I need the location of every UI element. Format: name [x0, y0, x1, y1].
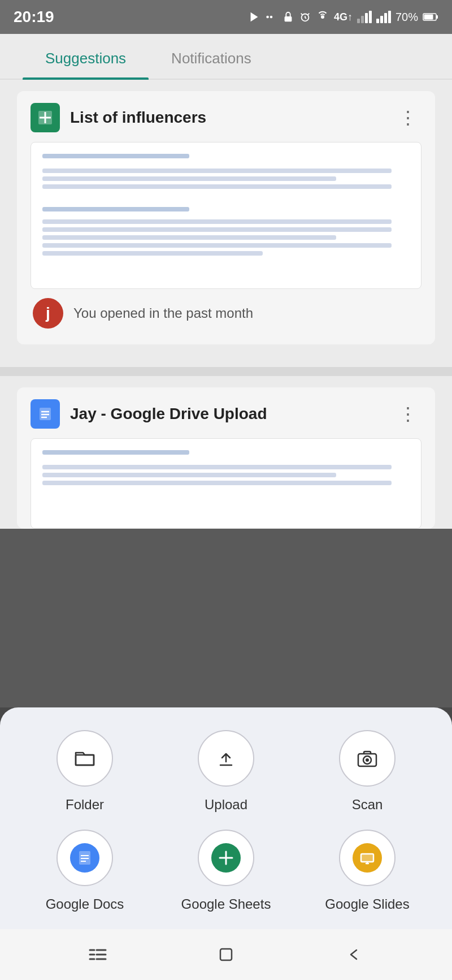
alarm-icon	[299, 11, 311, 23]
svg-rect-26	[361, 854, 373, 862]
nav-home-button[interactable]	[212, 940, 240, 969]
file-2-title: Jay - Google Drive Upload	[70, 405, 267, 423]
preview-line	[42, 235, 336, 240]
action-item-scan[interactable]: Scan	[299, 730, 435, 813]
nav-bar	[0, 929, 452, 980]
bottom-sheet-grid: Folder Upload	[17, 730, 435, 912]
status-bar: 20:19 4G↑	[0, 0, 452, 34]
upload-icon	[212, 745, 240, 772]
preview-line	[42, 176, 336, 181]
file-header-left-2: Jay - Google Drive Upload	[31, 399, 267, 429]
preview-line	[42, 227, 392, 232]
svg-rect-3	[285, 16, 292, 21]
svg-rect-8	[436, 15, 438, 19]
preview-spacer	[42, 192, 410, 204]
svg-point-2	[270, 16, 273, 19]
google-docs-label: Google Docs	[46, 896, 124, 912]
card-section-2: Jay - Google Drive Upload ⋮	[0, 376, 452, 529]
google-sheets-label: Google Sheets	[181, 896, 271, 912]
more-dots-icon	[265, 11, 277, 23]
svg-rect-36	[220, 949, 232, 960]
docs-icon	[31, 399, 60, 429]
file-1-more-button[interactable]: ⋮	[394, 102, 421, 133]
docs-icon-svg	[36, 404, 55, 424]
preview-line	[42, 243, 392, 248]
nav-back-icon	[343, 943, 366, 966]
preview-line	[42, 169, 392, 173]
google-slides-icon-bg	[353, 843, 382, 873]
action-item-folder[interactable]: Folder	[17, 730, 153, 813]
folder-icon	[71, 745, 98, 772]
svg-point-19	[366, 758, 369, 762]
preview-lines-2	[42, 450, 410, 485]
google-docs-icon-bg	[70, 843, 99, 873]
preview-line	[42, 154, 189, 158]
preview-line	[42, 219, 392, 224]
nav-home-icon	[215, 943, 237, 966]
bottom-sheet: Folder Upload	[0, 707, 452, 929]
google-docs-icon-svg	[76, 849, 93, 866]
file-card-2[interactable]: Jay - Google Drive Upload ⋮	[17, 387, 435, 529]
scan-label: Scan	[352, 797, 383, 813]
file-header-2: Jay - Google Drive Upload ⋮	[31, 399, 421, 429]
network-4g-icon: 4G↑	[334, 11, 353, 23]
scan-icon	[354, 745, 381, 772]
battery-icon	[423, 12, 438, 22]
file-header-1: List of influencers ⋮	[31, 102, 421, 133]
action-item-google-sheets[interactable]: Google Sheets	[158, 830, 294, 912]
battery-level: 70%	[395, 11, 418, 24]
opened-row-1: j You opened in the past month	[31, 289, 421, 333]
lock-icon	[282, 11, 294, 23]
action-item-upload[interactable]: Upload	[158, 730, 294, 813]
card-section-1: List of influencers ⋮ j You open	[0, 80, 452, 367]
sheets-icon	[31, 103, 60, 132]
tabs-row: Suggestions Notifications	[0, 34, 452, 80]
bottom-sheet-overlay: Folder Upload	[0, 707, 452, 980]
file-1-title: List of influencers	[70, 109, 206, 127]
preview-line	[42, 450, 189, 455]
svg-point-1	[266, 16, 269, 19]
folder-circle	[56, 730, 113, 787]
google-slides-icon-svg	[359, 849, 376, 866]
hotspot-icon	[316, 10, 329, 24]
preview-line	[42, 465, 392, 469]
user-avatar: j	[33, 298, 63, 329]
preview-lines-1	[42, 154, 410, 256]
signal-bars-2	[376, 11, 391, 23]
status-time: 20:19	[14, 8, 54, 26]
status-icons: 4G↑ 70%	[248, 10, 438, 24]
upload-circle	[198, 730, 254, 787]
opened-text: You opened in the past month	[73, 305, 253, 321]
upload-label: Upload	[205, 797, 247, 813]
google-slides-circle	[339, 830, 395, 886]
svg-point-5	[321, 15, 324, 19]
doc-preview-2	[31, 438, 421, 529]
preview-line	[42, 207, 189, 211]
tab-notifications[interactable]: Notifications	[149, 34, 274, 79]
play-icon	[248, 11, 260, 23]
tab-suggestions[interactable]: Suggestions	[23, 34, 149, 79]
file-card-1[interactable]: List of influencers ⋮ j You open	[17, 91, 435, 344]
google-sheets-icon-bg	[211, 843, 241, 873]
svg-rect-16	[76, 755, 94, 765]
google-docs-circle	[56, 830, 113, 886]
sheets-icon-svg	[36, 108, 55, 127]
svg-rect-7	[424, 15, 433, 20]
doc-preview-1	[31, 142, 421, 289]
nav-menu-button[interactable]	[84, 940, 112, 969]
file-2-more-button[interactable]: ⋮	[394, 399, 421, 429]
action-item-google-docs[interactable]: Google Docs	[17, 830, 153, 912]
preview-line	[42, 184, 392, 189]
preview-line	[42, 251, 263, 256]
svg-marker-0	[251, 12, 258, 22]
nav-back-button[interactable]	[340, 940, 368, 969]
google-sheets-circle	[198, 830, 254, 886]
preview-line	[42, 481, 392, 485]
signal-bars-1	[357, 11, 372, 23]
scan-circle	[339, 730, 395, 787]
action-item-google-slides[interactable]: Google Slides	[299, 830, 435, 912]
google-sheets-icon-svg	[218, 849, 234, 866]
file-header-left-1: List of influencers	[31, 103, 206, 132]
section-divider	[0, 367, 452, 376]
nav-menu-icon	[86, 943, 109, 966]
